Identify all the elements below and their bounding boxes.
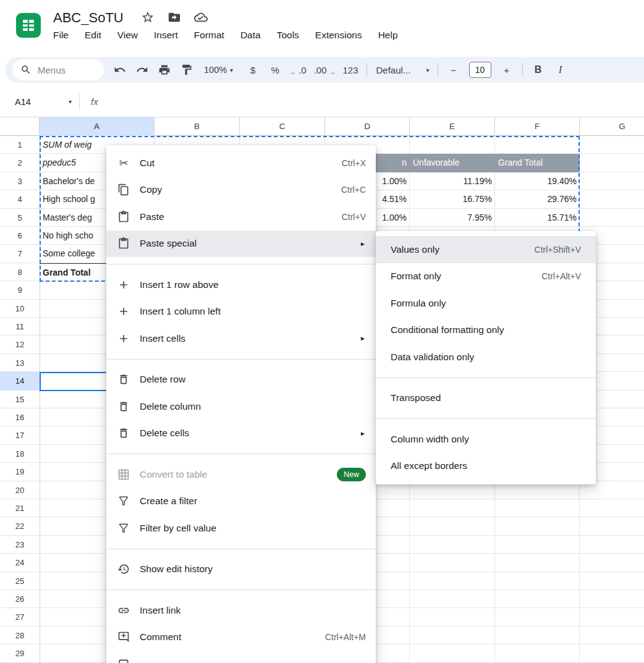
menubar-item-help[interactable]: Help <box>378 30 398 41</box>
menu-item-clipped[interactable] <box>106 651 376 663</box>
row-header-4[interactable]: 4 <box>0 190 40 208</box>
cell-E5[interactable]: 7.95% <box>410 209 495 227</box>
row-header-21[interactable]: 21 <box>0 499 40 517</box>
menu-item-create-a-filter[interactable]: Create a filter <box>106 488 376 515</box>
row-header-6[interactable]: 6 <box>0 227 40 245</box>
menu-item-data-validation-only[interactable]: Data validation only <box>376 344 596 371</box>
menubar-item-view[interactable]: View <box>117 30 138 41</box>
column-header-B[interactable]: B <box>155 117 240 136</box>
decrease-font-size-button[interactable]: − <box>443 59 465 80</box>
column-header-A[interactable]: A <box>40 117 155 136</box>
redo-button[interactable] <box>131 59 153 80</box>
percent-format-button[interactable]: % <box>264 59 286 80</box>
row-header-8[interactable]: 8 <box>0 263 40 281</box>
menubar-item-edit[interactable]: Edit <box>85 30 101 41</box>
row-header-11[interactable]: 11 <box>0 318 40 336</box>
menubar-item-tools[interactable]: Tools <box>277 30 299 41</box>
row-header-1[interactable]: 1 <box>0 136 40 154</box>
more-formats-button[interactable]: 123 <box>339 59 362 80</box>
row-header-19[interactable]: 19 <box>0 463 40 481</box>
print-button[interactable] <box>153 59 176 80</box>
menu-item-formula-only[interactable]: Formula only <box>376 290 596 317</box>
row-header-16[interactable]: 16 <box>0 408 40 426</box>
row-header-27[interactable]: 27 <box>0 608 40 626</box>
column-header-F[interactable]: F <box>495 117 580 136</box>
column-header-G[interactable]: G <box>580 117 644 136</box>
select-all-corner[interactable] <box>0 117 40 136</box>
menubar-item-format[interactable]: Format <box>194 30 224 41</box>
undo-button[interactable] <box>109 59 131 80</box>
italic-button[interactable]: I <box>549 59 572 80</box>
menu-item-delete-row[interactable]: Delete row <box>106 366 376 394</box>
menu-item-paste[interactable]: PasteCtrl+V <box>106 203 376 230</box>
menu-item-convert-to-table[interactable]: Convert to tableNew <box>106 461 376 488</box>
decrease-decimal-button[interactable]: ← .0 <box>286 59 310 80</box>
menu-item-insert-1-row-above[interactable]: Insert 1 row above <box>106 271 376 298</box>
row-header-13[interactable]: 13 <box>0 354 40 372</box>
row-header-29[interactable]: 29 <box>0 644 40 662</box>
row-header-10[interactable]: 10 <box>0 300 40 318</box>
row-header-20[interactable]: 20 <box>0 481 40 499</box>
name-box[interactable]: A14 ▾ <box>0 97 79 107</box>
menus-search[interactable]: Menus <box>12 59 104 80</box>
cell-F4[interactable]: 29.76% <box>495 190 580 208</box>
row-header-2[interactable]: 2 <box>0 154 40 172</box>
menu-item-insert-cells[interactable]: Insert cells► <box>106 325 376 352</box>
menu-item-all-except-borders[interactable]: All except borders <box>376 453 596 480</box>
menubar-item-file[interactable]: File <box>53 30 69 41</box>
font-size-input[interactable]: 10 <box>469 62 491 78</box>
increase-decimal-button[interactable]: .00 → <box>310 59 339 80</box>
cell-E3[interactable]: 11.19% <box>410 172 495 190</box>
menu-item-insert-link[interactable]: Insert link <box>106 597 376 624</box>
increase-font-size-button[interactable]: + <box>496 59 518 80</box>
menu-item-column-width-only[interactable]: Column width only <box>376 426 596 453</box>
row-header-24[interactable]: 24 <box>0 554 40 572</box>
row-header-25[interactable]: 25 <box>0 572 40 590</box>
document-title[interactable]: ABC_SoTU <box>53 9 124 27</box>
bold-button[interactable]: B <box>527 59 549 80</box>
paint-format-button[interactable] <box>176 59 198 80</box>
row-header-12[interactable]: 12 <box>0 336 40 353</box>
row-header-23[interactable]: 23 <box>0 536 40 554</box>
zoom-selector[interactable]: 100% ▾ <box>200 59 237 80</box>
menu-item-paste-special[interactable]: Paste special► <box>106 230 376 258</box>
menu-item-comment[interactable]: CommentCtrl+Alt+M <box>106 624 376 651</box>
menu-item-delete-cells[interactable]: Delete cells► <box>106 420 376 447</box>
cell-F5[interactable]: 15.71% <box>495 209 580 227</box>
star-icon[interactable] <box>141 11 155 24</box>
menu-item-show-edit-history[interactable]: Show edit history <box>106 556 376 583</box>
menu-item-insert-1-column-left[interactable]: Insert 1 column left <box>106 298 376 326</box>
row-header-17[interactable]: 17 <box>0 426 40 444</box>
menubar-item-data[interactable]: Data <box>240 30 261 41</box>
cell-E4[interactable]: 16.75% <box>410 190 495 208</box>
row-header-5[interactable]: 5 <box>0 209 40 227</box>
row-header-18[interactable]: 18 <box>0 445 40 463</box>
column-header-C[interactable]: C <box>240 117 325 136</box>
row-header-22[interactable]: 22 <box>0 517 40 535</box>
cell-E2[interactable]: Unfavorable <box>410 154 495 172</box>
row-header-7[interactable]: 7 <box>0 245 40 263</box>
menubar-item-insert[interactable]: Insert <box>154 30 178 41</box>
column-header-E[interactable]: E <box>410 117 495 136</box>
row-header-26[interactable]: 26 <box>0 590 40 608</box>
column-header-D[interactable]: D <box>325 117 410 136</box>
cell-F3[interactable]: 19.40% <box>495 172 580 190</box>
menubar-item-extensions[interactable]: Extensions <box>315 30 362 41</box>
menu-item-values-only[interactable]: Values onlyCtrl+Shift+V <box>376 236 596 263</box>
row-header-9[interactable]: 9 <box>0 281 40 299</box>
row-header-3[interactable]: 3 <box>0 172 40 190</box>
menu-item-conditional-formatting-only[interactable]: Conditional formatting only <box>376 317 596 344</box>
cell-F2[interactable]: Grand Total <box>495 154 580 172</box>
menu-item-filter-by-cell-value[interactable]: Filter by cell value <box>106 515 376 542</box>
menu-item-cut[interactable]: ✂CutCtrl+X <box>106 150 376 177</box>
font-family-selector[interactable]: Defaul... ▾ <box>373 59 433 80</box>
currency-format-button[interactable]: $ <box>242 59 264 80</box>
menu-item-copy[interactable]: CopyCtrl+C <box>106 177 376 204</box>
row-header-28[interactable]: 28 <box>0 627 40 644</box>
move-folder-icon[interactable] <box>167 11 181 24</box>
menu-item-delete-column[interactable]: Delete column <box>106 393 376 420</box>
menu-item-transposed[interactable]: Transposed <box>376 385 596 412</box>
menu-item-format-only[interactable]: Format onlyCtrl+Alt+V <box>376 263 596 290</box>
row-header-14[interactable]: 14 <box>0 372 40 390</box>
row-header-15[interactable]: 15 <box>0 391 40 408</box>
